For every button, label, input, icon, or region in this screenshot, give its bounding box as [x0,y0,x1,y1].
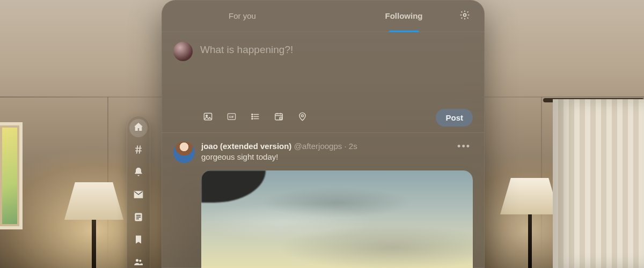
people-icon [133,257,144,268]
side-nav [127,116,150,268]
image-icon [203,111,213,124]
svg-rect-1 [136,215,141,216]
user-avatar[interactable] [173,42,193,61]
hash-icon [133,144,144,157]
svg-point-16 [301,115,303,117]
poll-button[interactable] [246,109,264,126]
svg-rect-7 [204,113,211,120]
floor-lamp-right [500,178,559,268]
location-button[interactable] [294,109,311,126]
timeline-tabs: For you Following [162,0,485,32]
timeline-settings-button[interactable] [456,7,474,25]
post-more-button[interactable]: ••• [455,142,473,163]
nav-explore[interactable] [133,145,144,157]
nav-notifications[interactable] [133,167,144,179]
floor-lamp-left [64,182,123,268]
svg-point-11 [251,114,252,115]
gear-icon [459,10,470,23]
active-tab-underline [389,31,419,32]
location-icon [297,111,308,124]
ellipsis-icon: ••• [457,141,471,152]
svg-text:GIF: GIF [229,115,234,118]
wall-art [0,122,23,229]
schedule-icon [274,111,284,124]
nav-communities[interactable] [133,257,144,268]
composer: What is happening?! [162,32,485,61]
svg-rect-2 [136,217,141,218]
svg-point-8 [206,115,207,116]
bell-icon [133,167,144,180]
curtain [553,99,644,268]
svg-point-13 [251,118,252,119]
nav-lists[interactable] [133,212,144,224]
nav-home[interactable] [133,122,144,134]
composer-input[interactable]: What is happening?! [200,42,473,56]
tab-for-you[interactable]: For you [162,0,323,32]
bookmark-icon [133,234,144,247]
timeline-window: For you Following What is happening?! [162,0,485,268]
svg-point-4 [136,259,138,262]
post-author-avatar[interactable] [173,142,195,163]
feed-item[interactable]: joao (extended version) @afterjoogps · 2… [162,133,485,268]
poll-icon [250,111,260,124]
svg-point-6 [464,13,466,16]
post-author-handle[interactable]: @afterjoogps · 2s [294,142,357,151]
post-image[interactable] [201,170,473,268]
post-timestamp: 2s [349,142,357,151]
nav-messages[interactable] [133,190,144,202]
post-button[interactable]: Post [436,109,473,126]
tab-following-label: Following [385,11,423,20]
attach-gif-button[interactable]: GIF [223,109,240,126]
handle-text: @afterjoogps [294,142,342,151]
mail-icon [133,189,144,202]
svg-point-5 [139,260,141,262]
post-text: gorgeous sight today! [201,152,449,161]
post-author-name[interactable]: joao (extended version) [201,142,291,151]
gif-icon: GIF [226,111,237,124]
nav-bookmarks[interactable] [133,235,144,247]
attach-image-button[interactable] [199,109,216,126]
schedule-button[interactable] [270,109,287,126]
meta-separator: · [342,142,349,151]
list-icon [133,212,144,225]
svg-rect-3 [136,219,139,220]
composer-toolbar: GIF Post [162,103,485,133]
tab-for-you-label: For you [229,11,256,20]
svg-point-12 [251,116,252,117]
home-icon [133,122,144,135]
